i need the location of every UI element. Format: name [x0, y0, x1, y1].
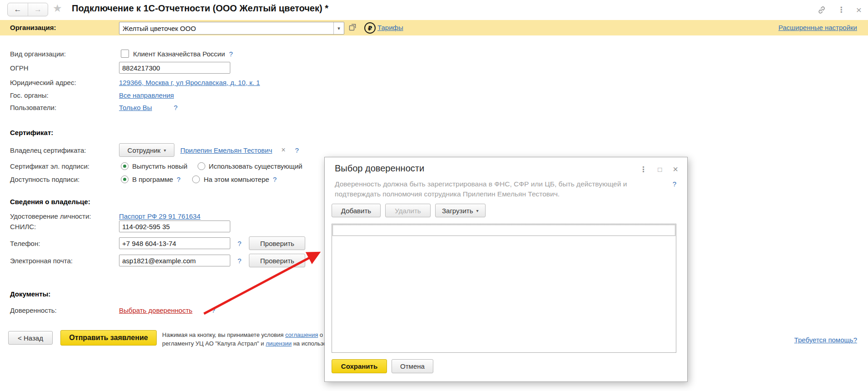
agreement-link[interactable]: соглашения [285, 331, 318, 338]
submit-application-button[interactable]: Отправить заявление [60, 330, 157, 346]
sign-access-label: Доступность подписи: [10, 175, 119, 183]
phone-input[interactable] [119, 237, 230, 249]
agreement-fineprint: Нажимая на кнопку, вы принимаете условия… [162, 331, 333, 348]
gov-directions-link[interactable]: Все направления [119, 91, 174, 99]
email-row: Электронная почта: ? Проверить [10, 254, 305, 267]
ogrn-input[interactable] [119, 62, 230, 74]
titlebar: ← → ★ Подключение к 1С-Отчетности (ООО Ж… [0, 0, 868, 20]
load-poa-button[interactable]: Загрузить ▾ [435, 204, 486, 217]
org-type-help-icon[interactable]: ? [229, 50, 233, 58]
gov-row: Гос. органы: Все направления [10, 89, 174, 101]
phone-row: Телефон: ? Проверить [10, 236, 305, 250]
forward-button[interactable]: → [28, 3, 48, 16]
snils-label: СНИЛС: [10, 223, 119, 231]
cert-owner-help-icon[interactable]: ? [295, 146, 299, 154]
dialog-help-icon[interactable]: ? [673, 180, 676, 188]
poa-list[interactable] [332, 224, 676, 353]
organization-dropdown-button[interactable]: ▾ [333, 22, 344, 34]
cert-owner-label: Владелец сертификата: [10, 146, 119, 154]
agreement-line-2: регламенту УЦ АО "Калуга Астрал" и лицен… [162, 339, 333, 348]
cancel-button[interactable]: Отмена [392, 359, 433, 373]
identity-link[interactable]: Паспорт РФ 29 91 761634 [119, 212, 200, 220]
address-link[interactable]: 129366, Москва г, ул Ярославская, д. 10,… [119, 79, 260, 86]
app-window: ← → ★ Подключение к 1С-Отчетности (ООО Ж… [0, 0, 868, 391]
organization-open-button[interactable] [347, 22, 358, 33]
users-link[interactable]: Только Вы [119, 104, 152, 111]
cert-owner-type-button[interactable]: Сотрудник ▾ [119, 143, 174, 157]
forward-arrow-icon: → [34, 5, 42, 14]
treasury-client-checkbox[interactable] [121, 50, 129, 58]
license-link[interactable]: лицензии [266, 340, 292, 347]
radio-on-computer[interactable] [192, 175, 200, 183]
phone-check-button[interactable]: Проверить [249, 236, 305, 250]
back-arrow-icon: ← [14, 5, 22, 14]
need-help-link[interactable]: Требуется помощь? [794, 336, 857, 344]
email-check-button[interactable]: Проверить [249, 254, 305, 267]
users-label: Пользователи: [10, 104, 119, 111]
snils-input[interactable] [119, 221, 230, 232]
window-close-icon[interactable]: × [856, 5, 862, 15]
agreement-text: регламенту УЦ АО "Калуга Астрал" и [162, 340, 266, 347]
back-button[interactable]: ← [8, 3, 28, 16]
get-link-icon[interactable] [817, 5, 827, 15]
chevron-down-icon: ▾ [476, 208, 479, 213]
chevron-down-icon: ▾ [337, 25, 340, 31]
choose-poa-link[interactable]: Выбрать доверенность [119, 306, 193, 314]
radio-use-existing-label: Использовать существующий [209, 162, 303, 170]
on-computer-help-icon[interactable]: ? [273, 175, 277, 183]
organization-input[interactable] [119, 22, 333, 34]
load-poa-label: Загрузить [442, 207, 473, 215]
delete-poa-button[interactable]: Удалить [385, 204, 431, 217]
gov-label: Гос. органы: [10, 91, 119, 99]
treasury-client-checkbox-label: Клиент Казначейства России [133, 50, 225, 58]
snils-row: СНИЛС: [10, 220, 230, 233]
radio-use-existing[interactable] [198, 162, 205, 170]
ruble-icon: ₽ [364, 22, 376, 34]
save-button[interactable]: Сохранить [332, 359, 387, 373]
phone-label: Телефон: [10, 240, 119, 247]
cert-type-row: Сертификат эл. подписи: Выпустить новый … [10, 160, 303, 172]
more-menu-icon[interactable]: ⋮ [838, 5, 845, 15]
cert-owner-clear-icon[interactable]: × [281, 146, 285, 154]
poa-list-focused-row[interactable] [332, 225, 675, 236]
agreement-line-1: Нажимая на кнопку, вы принимаете условия… [162, 331, 333, 339]
poa-help-icon[interactable]: ? [212, 306, 215, 314]
phone-help-icon[interactable]: ? [238, 240, 241, 247]
link-chain-icon [817, 5, 827, 15]
users-help-icon[interactable]: ? [174, 104, 178, 111]
add-poa-button[interactable]: Добавить [332, 204, 381, 217]
address-label: Юридический адрес: [10, 79, 119, 86]
org-type-label: Вид организации: [10, 50, 119, 58]
dialog-description: Доверенность должна быть зарегистрирован… [335, 179, 666, 199]
ogrn-label: ОГРН [10, 64, 119, 72]
window-controls: ⋮ × [817, 0, 862, 20]
poa-label: Доверенность: [10, 306, 119, 314]
ogrn-row: ОГРН [10, 61, 230, 74]
email-help-icon[interactable]: ? [238, 257, 241, 265]
org-type-row: Вид организации: Клиент Казначейства Рос… [10, 47, 233, 60]
nav-buttons: ← → [7, 3, 48, 16]
cert-type-label: Сертификат эл. подписи: [10, 162, 119, 170]
dialog-close-icon[interactable]: × [673, 164, 678, 175]
favorite-star-icon[interactable]: ★ [53, 2, 62, 15]
sign-access-row: Доступность подписи: В программе ? На эт… [10, 173, 277, 185]
radio-on-computer-label: На этом компьютере [203, 175, 269, 183]
tariffs-link[interactable]: Тарифы [377, 24, 403, 31]
radio-issue-new[interactable] [121, 162, 129, 170]
back-step-button[interactable]: < Назад [8, 331, 53, 345]
organization-combo: ▾ [119, 22, 344, 35]
poa-row: Доверенность: Выбрать доверенность ? [10, 304, 215, 316]
dialog-title: Выбор доверенности [335, 163, 424, 174]
radio-in-program-label: В программе [132, 175, 173, 183]
organization-label: Организация: [10, 24, 56, 31]
cert-owner-link[interactable]: Прилепин Емельян Тестович [180, 146, 272, 154]
dialog-maximize-icon[interactable]: □ [658, 165, 662, 173]
poa-dialog: Выбор доверенности ⋮ □ × Доверенность до… [324, 157, 688, 382]
in-program-help-icon[interactable]: ? [177, 175, 180, 183]
email-input[interactable] [119, 255, 230, 266]
advanced-settings-link[interactable]: Расширенные настройки [779, 24, 857, 31]
radio-in-program[interactable] [121, 175, 129, 183]
dialog-more-menu-icon[interactable]: ⋮ [640, 165, 647, 174]
dialog-toolbar: Добавить Удалить Загрузить ▾ [332, 204, 486, 217]
documents-section-title: Документы: [10, 290, 50, 298]
